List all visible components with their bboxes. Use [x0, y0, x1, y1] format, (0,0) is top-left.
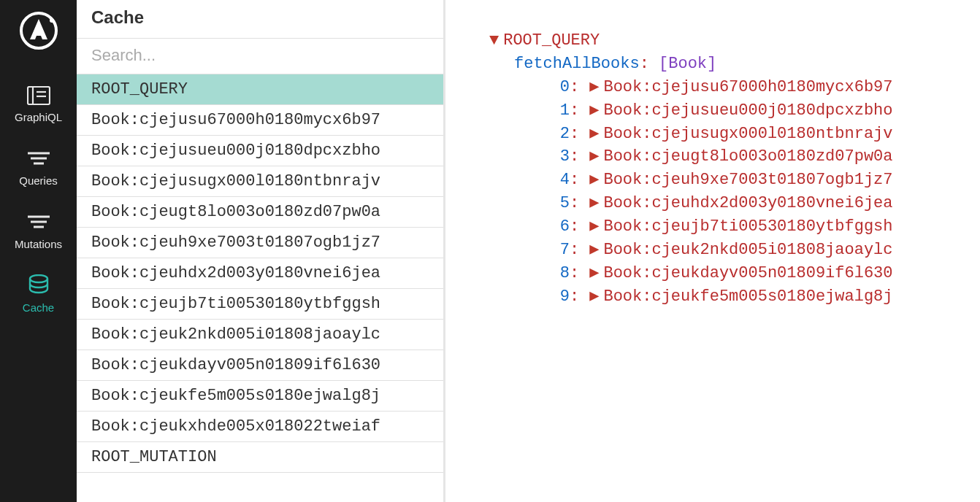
nav-item-label: GraphiQL: [15, 111, 62, 123]
cache-list-item[interactable]: Book:cjeugt8lo003o0180zd07pw0a: [77, 197, 443, 228]
entry-index: 2: [549, 123, 570, 146]
field-type: [Book]: [659, 55, 716, 73]
caret-right-icon: ▶: [589, 171, 599, 189]
root-key: ROOT_QUERY: [503, 31, 600, 50]
tree-entry[interactable]: 9:▶Book:cjeukfe5m005s0180ejwalg8j: [549, 285, 958, 309]
tree-field-node[interactable]: fetchAllBooks: [Book]: [489, 53, 958, 76]
entry-index: 5: [549, 192, 570, 215]
cache-list-item[interactable]: Book:cjeujb7ti00530180ytbfggsh: [77, 289, 443, 320]
caret-down-icon: ▼: [489, 31, 499, 50]
caret-right-icon: ▶: [589, 101, 599, 120]
cache-list-item[interactable]: Book:cjejusu67000h0180mycx6b97: [77, 105, 443, 136]
entry-index: 6: [549, 215, 570, 239]
cache-list-item[interactable]: Book:cjeukxhde005x018022tweiaf: [77, 412, 443, 442]
entry-ref: Book:cjejusueu000j0180dpcxzbho: [603, 101, 892, 120]
svg-point-13: [30, 275, 47, 282]
cache-list-item[interactable]: ROOT_MUTATION: [77, 442, 443, 473]
tree-root-node[interactable]: ▼ROOT_QUERY: [489, 29, 958, 53]
entry-ref: Book:cjeugt8lo003o0180zd07pw0a: [603, 147, 892, 166]
cache-list: ROOT_QUERYBook:cjejusu67000h0180mycx6b97…: [77, 74, 443, 502]
caret-right-icon: ▶: [589, 147, 599, 166]
caret-right-icon: ▶: [589, 78, 599, 96]
svg-point-1: [50, 18, 54, 23]
svg-marker-2: [30, 19, 47, 39]
tree-entry[interactable]: 1:▶Book:cjejusueu000j0180dpcxzbho: [549, 99, 958, 123]
tree-entry[interactable]: 0:▶Book:cjejusu67000h0180mycx6b97: [549, 76, 958, 99]
nav-item-label: Cache: [23, 301, 54, 314]
tree-entry[interactable]: 6:▶Book:cjeujb7ti00530180ytbfggsh: [549, 215, 958, 239]
search-input[interactable]: [77, 39, 443, 74]
cache-list-item[interactable]: Book:cjejusueu000j0180dpcxzbho: [77, 136, 443, 166]
caret-right-icon: ▶: [589, 217, 599, 236]
entry-index: 7: [549, 239, 570, 262]
nav-item-queries[interactable]: Queries: [0, 138, 77, 201]
cache-list-item[interactable]: ROOT_QUERY: [77, 74, 443, 105]
panel-title: Cache: [77, 0, 443, 38]
entry-index: 4: [549, 169, 570, 192]
field-name: fetchAllBooks: [514, 55, 640, 73]
nav-item-label: Queries: [19, 174, 58, 187]
tree-entry[interactable]: 5:▶Book:cjeuhdx2d003y0180vnei6jea: [549, 192, 958, 215]
tree-entry[interactable]: 7:▶Book:cjeuk2nkd005i01808jaoaylc: [549, 239, 958, 262]
nav-item-label: Mutations: [15, 238, 62, 250]
cache-list-item[interactable]: Book:cjeukdayv005n01809if6l630: [77, 350, 443, 381]
cache-list-item[interactable]: Book:cjeuhdx2d003y0180vnei6jea: [77, 258, 443, 289]
entry-index: 8: [549, 262, 570, 285]
caret-right-icon: ▶: [589, 241, 599, 259]
nav-item-mutations[interactable]: Mutations: [0, 201, 77, 265]
cache-list-item[interactable]: Book:cjeuh9xe7003t01807ogb1jz7: [77, 228, 443, 258]
apollo-logo: [17, 9, 61, 53]
apollo-logo-icon: [18, 10, 59, 51]
tree-entry[interactable]: 8:▶Book:cjeukdayv005n01809if6l630: [549, 262, 958, 285]
nav-item-cache[interactable]: Cache: [0, 265, 77, 328]
entry-index: 0: [549, 76, 570, 99]
graphiql-icon: [26, 85, 52, 107]
entry-ref: Book:cjeuk2nkd005i01808jaoaylc: [603, 241, 892, 259]
detail-panel: ▼ROOT_QUERY fetchAllBooks: [Book] 0:▶Boo…: [445, 0, 980, 502]
tree-entry[interactable]: 2:▶Book:cjejusugx000l0180ntbnrajv: [549, 123, 958, 146]
tree-entries: 0:▶Book:cjejusu67000h0180mycx6b971:▶Book…: [489, 76, 958, 309]
nav-item-graphiql[interactable]: GraphiQL: [0, 74, 77, 138]
cache-list-item[interactable]: Book:cjeuk2nkd005i01808jaoaylc: [77, 320, 443, 350]
entry-ref: Book:cjeujb7ti00530180ytbfggsh: [603, 217, 892, 236]
entry-ref: Book:cjeukdayv005n01809if6l630: [603, 264, 892, 282]
cache-panel: Cache ROOT_QUERYBook:cjejusu67000h0180my…: [77, 0, 445, 502]
entry-ref: Book:cjeukfe5m005s0180ejwalg8j: [603, 287, 892, 306]
entry-ref: Book:cjeuh9xe7003t01807ogb1jz7: [603, 171, 892, 189]
queries-icon: [26, 148, 52, 170]
entry-index: 9: [549, 285, 570, 309]
cache-icon: [26, 275, 52, 297]
cache-list-item[interactable]: Book:cjejusugx000l0180ntbnrajv: [77, 166, 443, 197]
caret-right-icon: ▶: [589, 194, 599, 212]
caret-right-icon: ▶: [589, 264, 599, 282]
caret-right-icon: ▶: [589, 287, 599, 306]
caret-right-icon: ▶: [589, 125, 599, 143]
mutations-icon: [26, 212, 52, 233]
cache-list-item[interactable]: Book:cjeukfe5m005s0180ejwalg8j: [77, 381, 443, 412]
entry-ref: Book:cjejusu67000h0180mycx6b97: [603, 78, 892, 96]
tree-entry[interactable]: 3:▶Book:cjeugt8lo003o0180zd07pw0a: [549, 145, 958, 169]
entry-ref: Book:cjeuhdx2d003y0180vnei6jea: [603, 194, 892, 212]
entry-ref: Book:cjejusugx000l0180ntbnrajv: [603, 125, 892, 143]
entry-index: 1: [549, 99, 570, 123]
sidebar-rail: GraphiQL Queries Mutations: [0, 0, 77, 502]
entry-index: 3: [549, 145, 570, 169]
tree-entry[interactable]: 4:▶Book:cjeuh9xe7003t01807ogb1jz7: [549, 169, 958, 192]
